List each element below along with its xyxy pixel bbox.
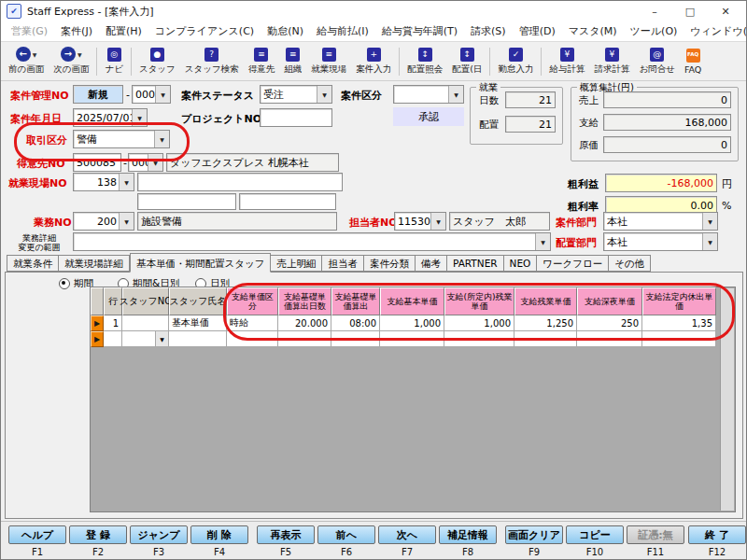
chevron-down-icon[interactable] (119, 213, 134, 230)
tab-others[interactable]: その他 (609, 255, 651, 272)
cell-base-rate-days[interactable]: 20.000 (278, 315, 331, 331)
chevron-down-icon[interactable] (535, 233, 550, 250)
menu-item-sales[interactable]: 営業(G) (5, 22, 54, 40)
faq-button[interactable]: FAQ (680, 44, 706, 79)
menu-item-admin[interactable]: 管理(D) (513, 22, 562, 40)
cell-pay-rate-type[interactable]: 時給 (227, 315, 278, 331)
maximize-icon[interactable] (684, 6, 696, 18)
menu-item-case[interactable]: 案件(J) (54, 22, 99, 40)
jump-button[interactable]: ジャンプ (130, 525, 188, 544)
trade-kubun-select[interactable]: 警備 (73, 130, 170, 148)
chevron-down-icon[interactable] (317, 86, 331, 103)
chevron-down-icon[interactable] (702, 213, 717, 230)
cell-row-no[interactable]: 1 (104, 315, 122, 331)
cell-legal-holiday-rate[interactable]: 1,35 (642, 315, 716, 331)
cell-staff-name[interactable]: 基本単価 (169, 315, 227, 331)
tab-neo[interactable]: NEO (504, 255, 538, 272)
tab-base-rate-staff[interactable]: 基本単価・期間配置スタッフ (130, 253, 271, 273)
chevron-down-icon[interactable] (155, 86, 170, 103)
cell-row-no[interactable] (104, 331, 122, 347)
attendance-entry-button[interactable]: 勤怠入力 (493, 44, 538, 79)
menu-item-tools[interactable]: ツール(O) (624, 22, 684, 40)
worksite-detail2-field[interactable] (239, 193, 336, 210)
gyomu-no-select[interactable]: 200 (73, 212, 134, 231)
chevron-down-icon[interactable] (33, 51, 37, 58)
cell-staff-no-select[interactable] (122, 331, 169, 347)
worksite-detail1-field[interactable] (137, 193, 236, 210)
worksite-button[interactable]: 就業現場 (306, 44, 351, 79)
tab-workflow[interactable]: ワークフロー (537, 255, 609, 272)
customer-button[interactable]: 得意先 (244, 44, 280, 79)
tab-notes[interactable]: 備考 (416, 255, 447, 272)
worksite-no-select[interactable]: 138 (73, 173, 134, 191)
billing-calc-button[interactable]: 請求計算 (589, 44, 634, 79)
prev-button[interactable]: 前へ (317, 525, 375, 544)
next-button[interactable]: 次へ (378, 525, 436, 544)
chevron-down-icon[interactable] (448, 86, 463, 103)
case-status-select[interactable]: 受注 (260, 85, 332, 104)
close-icon[interactable] (720, 6, 731, 18)
case-dept-select[interactable]: 本社 (603, 212, 718, 231)
cell-staff-name[interactable] (169, 331, 227, 347)
case-kubun-select[interactable] (393, 85, 464, 104)
menu-item-billing[interactable]: 請求(S) (464, 22, 513, 40)
chevron-down-icon[interactable] (148, 154, 162, 171)
case-entry-button[interactable]: 案件入力 (351, 44, 396, 79)
copy-button[interactable]: コピー (566, 525, 624, 544)
case-no-field[interactable]: 新規 (73, 85, 123, 104)
contact-button[interactable]: お問合せ (634, 44, 679, 79)
tab-sales-details[interactable]: 売上明細 (271, 255, 322, 272)
minimize-icon[interactable] (649, 6, 660, 18)
cell-staff-no[interactable] (122, 315, 169, 331)
radio-period[interactable]: 期間 (59, 277, 93, 290)
case-date-select[interactable]: 2025/07/01 (73, 108, 148, 127)
menu-item-compliance[interactable]: コンプライアンス(C) (148, 22, 261, 40)
menu-item-attendance[interactable]: 勤怠(N) (261, 22, 310, 40)
exit-button[interactable]: 終 了 (688, 525, 746, 544)
supplement-info-button[interactable]: 補足情報 (439, 525, 497, 544)
row-selector-icon[interactable] (91, 331, 104, 347)
chevron-down-icon[interactable] (702, 233, 717, 250)
cell-midnight-rate[interactable]: 250 (577, 315, 642, 331)
cell-scheduled-ot-rate[interactable] (444, 331, 514, 347)
row-selector-icon[interactable] (91, 315, 104, 331)
tab-worksite-details[interactable]: 就業現場詳細 (59, 255, 130, 272)
menu-item-payroll-bonus-yearend[interactable]: 給与賞与年調(T) (375, 22, 464, 40)
assignment-daily-button[interactable]: 配置(日 (447, 44, 486, 79)
navi-button[interactable]: ナビ (100, 44, 127, 79)
menu-item-payroll-advance[interactable]: 給与前払(I) (310, 22, 375, 40)
refresh-button[interactable]: 再表示 (257, 525, 315, 544)
clear-screen-button[interactable]: 画面クリア (505, 525, 563, 544)
cell-scheduled-ot-rate[interactable]: 1,000 (444, 315, 514, 331)
customer-no-field[interactable]: 500085 (73, 153, 121, 172)
payroll-calc-button[interactable]: 給与計算 (544, 44, 589, 79)
cell-base-rate[interactable]: 1,000 (380, 315, 444, 331)
next-screen-button[interactable]: 次の画面 (49, 44, 93, 79)
cell-base-rate-calc[interactable]: 08:00 (331, 315, 380, 331)
cell-base-rate[interactable] (380, 331, 444, 347)
cell-overtime-rate[interactable] (514, 331, 577, 347)
case-no-branch-select[interactable]: 000 (132, 85, 171, 104)
cell-overtime-rate[interactable]: 1,250 (514, 315, 577, 331)
tab-case-category[interactable]: 案件分類 (364, 255, 416, 272)
tab-work-conditions[interactable]: 就業条件 (7, 255, 59, 272)
chevron-down-icon[interactable] (154, 131, 169, 147)
chevron-down-icon[interactable] (430, 213, 445, 230)
cell-base-rate-calc[interactable] (331, 331, 380, 347)
assignment-inquiry-button[interactable]: 配置照会 (402, 44, 447, 79)
cell-base-rate-days[interactable] (278, 331, 331, 347)
grid-scrollbar[interactable] (720, 288, 734, 511)
menu-item-master[interactable]: マスタ(M) (562, 22, 624, 40)
register-button[interactable]: 登 録 (69, 525, 127, 544)
delete-button[interactable]: 削 除 (190, 525, 248, 544)
prev-screen-button[interactable]: 前の画面 (4, 44, 49, 79)
staff-search-button[interactable]: スタッフ検索 (180, 44, 244, 79)
staff-button[interactable]: スタッフ (134, 44, 180, 79)
cell-midnight-rate[interactable] (577, 331, 642, 347)
cell-legal-holiday-rate[interactable] (642, 331, 716, 347)
chevron-down-icon[interactable] (119, 174, 134, 190)
cell-pay-rate-type[interactable] (227, 331, 278, 347)
help-button[interactable]: ヘルプ (8, 525, 66, 544)
detail-scope-select[interactable] (73, 232, 551, 251)
worksite-name-field[interactable] (137, 173, 343, 191)
